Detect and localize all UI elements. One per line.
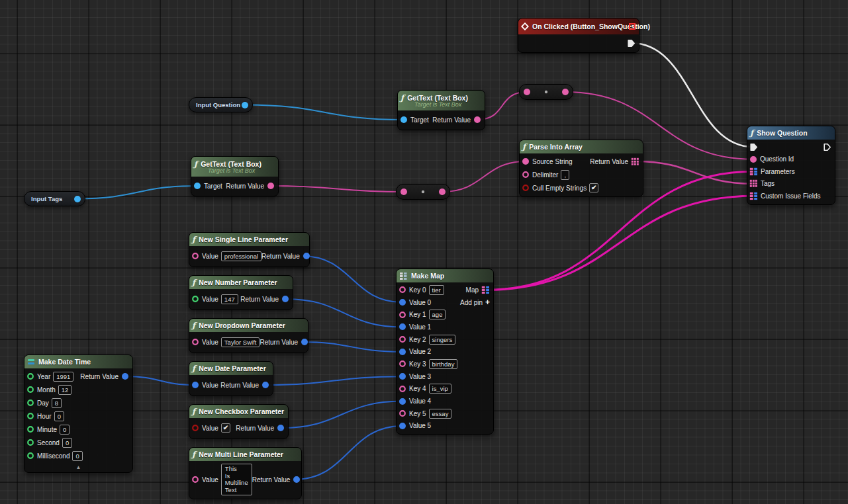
- node-make-map[interactable]: Make MapKey 0tierMapValue 0Add pin+Key 1…: [396, 269, 494, 435]
- node-on-clicked[interactable]: On Clicked (Button_ShowQuestion): [518, 18, 639, 53]
- pin-label: Key 5: [409, 410, 426, 417]
- node-new-single-line[interactable]: ƒNew Single Line ParameterValueprofessio…: [189, 232, 310, 267]
- checkbox-input[interactable]: ✔: [221, 423, 230, 433]
- value-1-pin[interactable]: [399, 323, 406, 331]
- value-2-pin[interactable]: [399, 348, 406, 356]
- node-parse-into-array[interactable]: ƒParse Into ArraySource StringReturn Val…: [519, 140, 643, 197]
- text-input[interactable]: essay: [429, 409, 452, 419]
- day-pin[interactable]: [26, 399, 34, 407]
- text-input[interactable]: 8: [52, 398, 62, 408]
- key-0-pin[interactable]: [399, 286, 406, 294]
- out-pin[interactable]: [241, 101, 249, 109]
- wire-4: [77, 186, 197, 199]
- text-input[interactable]: 147: [221, 294, 238, 304]
- return-value-pin[interactable]: [301, 338, 308, 346]
- node-show-question[interactable]: ƒShow QuestionQuestion IdParametersTagsC…: [747, 126, 835, 205]
- hour-pin[interactable]: [26, 412, 34, 420]
- node-input-tags[interactable]: Input Tags: [24, 191, 85, 206]
- return-value-pin[interactable]: [303, 252, 310, 260]
- text-input[interactable]: 0: [72, 451, 82, 461]
- exec-in-pin[interactable]: [749, 143, 758, 151]
- text-input[interactable]: 1991: [53, 372, 73, 382]
- tags-pin[interactable]: [749, 179, 758, 188]
- target-pin[interactable]: [400, 116, 408, 124]
- question-id-pin[interactable]: [749, 155, 757, 163]
- delegate-pin[interactable]: [628, 22, 636, 30]
- minute-pin[interactable]: [26, 425, 34, 433]
- value-3-pin[interactable]: [399, 372, 406, 380]
- millisecond-pin[interactable]: [26, 452, 34, 460]
- node-gettext2[interactable]: ƒGetText (Text Box)Target is Text BoxTar…: [191, 156, 279, 196]
- text-input[interactable]: 0: [54, 411, 64, 421]
- text-input[interactable]: Taylor Swift: [221, 337, 260, 347]
- node-new-number[interactable]: ƒNew Number ParameterValue147Return Valu…: [189, 275, 293, 310]
- value-pin[interactable]: [191, 338, 199, 346]
- text-input[interactable]: professional: [221, 251, 261, 261]
- value-4-pin[interactable]: [399, 398, 406, 405]
- return-value-pin[interactable]: [261, 381, 269, 389]
- node-new-dropdown[interactable]: ƒNew Dropdown ParameterValueTaylor Swift…: [189, 318, 308, 353]
- return-value-pin[interactable]: [277, 424, 285, 432]
- multiline-text-input[interactable]: This Is Multiline Text: [221, 464, 252, 495]
- return-value-pin[interactable]: [281, 295, 289, 303]
- second-pin[interactable]: [26, 439, 34, 446]
- text-input[interactable]: singers: [429, 335, 456, 345]
- node-gettext1[interactable]: ƒGetText (Text Box)Target is Text BoxTar…: [397, 90, 485, 130]
- value-pin[interactable]: [191, 381, 199, 389]
- text-input[interactable]: 0: [60, 425, 70, 435]
- exec-out-pin[interactable]: [627, 39, 636, 48]
- checkbox-input[interactable]: ✔: [589, 183, 598, 192]
- exec-out-pin[interactable]: [823, 143, 831, 151]
- node-header: ƒNew Single Line Parameter: [189, 233, 309, 246]
- key-3-pin[interactable]: [399, 360, 406, 368]
- custom-issue-fields-pin[interactable]: [749, 192, 758, 200]
- return-pin[interactable]: [267, 182, 275, 190]
- text-input[interactable]: tier: [429, 285, 444, 295]
- text-input[interactable]: 12: [58, 385, 72, 395]
- in-pin[interactable]: [523, 88, 531, 96]
- value-0-pin[interactable]: [399, 298, 406, 306]
- out-pin[interactable]: [438, 188, 446, 196]
- node-new-checkbox[interactable]: ƒNew Checkbox ParameterValue✔Return Valu…: [189, 404, 289, 439]
- value-pin[interactable]: [191, 476, 199, 483]
- pin-label: Target: [204, 183, 222, 190]
- delimiter-pin[interactable]: [522, 171, 530, 179]
- key-4-pin[interactable]: [399, 385, 406, 393]
- key-2-pin[interactable]: [399, 335, 406, 343]
- key-5-pin[interactable]: [399, 409, 406, 417]
- return-pin[interactable]: [473, 116, 481, 124]
- node-input-question[interactable]: Input Question: [189, 97, 253, 112]
- node-new-date[interactable]: ƒNew Date ParameterValueReturn Value: [189, 361, 273, 396]
- text-input[interactable]: birthday: [429, 359, 458, 369]
- node-make-datetime[interactable]: Make Date TimeYear1991Return ValueMonth1…: [24, 355, 133, 473]
- source-string-pin[interactable]: [522, 157, 530, 165]
- value-pin[interactable]: [191, 252, 199, 260]
- value-pin[interactable]: [191, 295, 199, 303]
- node-reroute2[interactable]: [396, 184, 450, 200]
- text-input[interactable]: age: [429, 310, 446, 319]
- year-pin[interactable]: [26, 372, 34, 380]
- text-input[interactable]: 0: [62, 438, 72, 448]
- add-pin-button[interactable]: +: [485, 298, 490, 306]
- out-pin[interactable]: [73, 195, 81, 203]
- wire-0: [632, 43, 754, 147]
- text-input[interactable]: ,: [561, 170, 569, 180]
- node-new-multiline[interactable]: ƒNew Multi Line ParameterValueThis Is Mu…: [189, 447, 302, 499]
- node-reroute1[interactable]: [519, 84, 573, 100]
- return-value-pin[interactable]: [293, 476, 301, 483]
- collapse-node-button[interactable]: ▲: [24, 464, 132, 472]
- key-1-pin[interactable]: [399, 311, 406, 319]
- month-pin[interactable]: [26, 386, 34, 394]
- target-pin[interactable]: [193, 182, 201, 190]
- text-input[interactable]: is_vip: [429, 384, 451, 394]
- cull-empty-strings-pin[interactable]: [522, 184, 530, 192]
- parameters-pin[interactable]: [749, 167, 758, 176]
- map-pin[interactable]: [481, 286, 490, 294]
- return-value-pin[interactable]: [121, 372, 129, 380]
- value-pin[interactable]: [191, 424, 199, 432]
- out-pin[interactable]: [561, 88, 569, 96]
- blueprint-graph-canvas[interactable]: On Clicked (Button_ShowQuestion)Input Qu…: [0, 0, 848, 504]
- return-value-pin[interactable]: [631, 157, 639, 166]
- value-5-pin[interactable]: [399, 422, 406, 430]
- in-pin[interactable]: [400, 188, 408, 196]
